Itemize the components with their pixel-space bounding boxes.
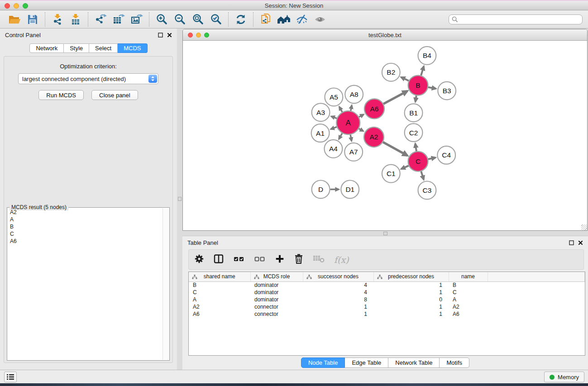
column-header-successor-nodes[interactable]: successor nodes [303,272,373,281]
column-header-shared-name[interactable]: shared name [189,272,250,281]
export-image-icon[interactable] [128,12,146,27]
vertical-splitter[interactable] [177,29,182,370]
table-cell[interactable]: B [449,281,488,289]
table-cell[interactable]: A2 [449,303,488,310]
zoom-fit-icon[interactable] [189,12,207,27]
table-cell[interactable]: A [189,296,250,303]
network-canvas[interactable]: B4B2BB3A5A8A6A3B1AA1A2C2A4A7C4CC1C3DD1 [183,41,587,230]
zoom-selected-icon[interactable] [207,12,225,27]
task-history-button[interactable] [4,372,17,382]
export-table-icon[interactable] [110,12,128,27]
save-icon[interactable] [24,12,42,27]
settings-gear-icon[interactable] [194,254,204,266]
splitter-grip[interactable] [178,197,182,201]
close-panel-button[interactable]: Close panel [91,90,138,100]
table-row[interactable]: Bdominator41B [189,281,585,289]
result-scrollbar[interactable] [163,208,169,360]
mcds-result-item[interactable]: A [8,216,162,223]
graph-edge-A6-B[interactable] [383,91,407,104]
table-row[interactable]: A6connector11A6 [189,310,585,318]
table-cell[interactable]: 8 [303,296,373,303]
mcds-result-item[interactable]: A6 [8,238,162,245]
table-cell[interactable]: dominator [250,296,303,303]
graph-edge-A-A2[interactable] [359,129,363,131]
table-cell[interactable]: 1 [303,310,373,318]
mcds-result-item[interactable]: A2 [8,209,162,216]
graph-edge-A-A6[interactable] [359,114,363,117]
column-header-MCDS-role[interactable]: MCDS role [250,272,303,281]
table-cell[interactable]: 4 [303,281,373,289]
column-header-predecessor-nodes[interactable]: predecessor nodes [373,272,449,281]
zoom-out-icon[interactable] [171,12,189,27]
close-panel-icon[interactable] [167,33,172,38]
search-input[interactable] [449,14,583,24]
run-mcds-button[interactable]: Run MCDS [38,90,84,100]
tab-mcds[interactable]: MCDS [118,43,147,53]
window-resize-grip[interactable] [581,224,587,230]
table-cell[interactable]: C [449,289,488,296]
zoom-window-button[interactable] [23,3,28,9]
table-cell[interactable]: A6 [449,310,488,318]
graph-edge-A-A3[interactable] [331,116,337,119]
table-cell[interactable]: B [189,281,250,289]
minimize-network-button[interactable] [196,33,201,38]
memory-button[interactable]: Memory [544,372,584,382]
copy-document-icon[interactable] [257,12,275,27]
function-builder-icon[interactable]: f(x) [334,255,349,265]
graph-edge-C-C1[interactable] [401,166,408,169]
eye-icon[interactable] [311,12,329,27]
graph-edge-C-C3[interactable] [421,172,424,180]
table-cell[interactable]: connector [250,310,303,318]
close-network-button[interactable] [188,33,193,38]
minimize-window-button[interactable] [14,3,19,9]
zoom-network-button[interactable] [204,33,209,38]
splitter-grip[interactable] [383,232,387,235]
graph-edge-A-A7[interactable] [350,135,352,141]
graph-edge-C-C4[interactable] [428,157,435,159]
import-network-icon[interactable] [48,12,67,27]
mcds-result-item[interactable]: B [8,223,162,230]
houses-icon[interactable] [275,12,293,27]
tab-network[interactable]: Network [29,43,64,53]
table-row[interactable]: Adominator80A [189,296,585,303]
graph-edge-B-B2[interactable] [401,77,409,81]
column-header-name[interactable]: name [449,272,488,281]
tab-select[interactable]: Select [89,43,118,53]
select-all-checkboxes-icon[interactable] [233,253,245,266]
horizontal-splitter[interactable] [182,231,588,236]
table-cell[interactable]: 1 [373,289,449,296]
close-panel-icon[interactable] [578,240,583,245]
network-graph[interactable]: B4B2BB3A5A8A6A3B1AA1A2C2A4A7C4CC1C3DD1 [183,41,587,230]
tab-edge-table[interactable]: Edge Table [345,357,388,368]
eye-slash-icon[interactable] [293,12,311,27]
mcds-result-item[interactable]: C [8,230,162,238]
table-cell[interactable]: 1 [373,310,449,318]
graph-edge-A-A4[interactable] [339,133,342,139]
open-folder-icon[interactable] [5,12,24,27]
optimization-criterion-select[interactable]: largest connected component (directed) [18,73,158,84]
export-network-icon[interactable] [91,12,110,27]
graph-edge-A-A8[interactable] [351,105,352,111]
show-columns-icon[interactable] [213,253,224,266]
graph-edge-B-B3[interactable] [428,87,436,89]
refresh-icon[interactable] [232,12,250,27]
table-cell[interactable]: C [189,289,250,296]
table-cell[interactable]: connector [250,303,303,310]
graph-edge-A2-C[interactable] [383,142,407,156]
float-panel-icon[interactable] [569,240,574,245]
table-cell[interactable]: 1 [373,303,449,310]
graph-edge-B-B4[interactable] [421,67,424,76]
tab-style[interactable]: Style [64,43,89,53]
float-panel-icon[interactable] [158,33,163,38]
graph-edge-B-B1[interactable] [416,95,416,102]
close-window-button[interactable] [5,3,10,9]
graph-edge-C-C2[interactable] [415,144,416,151]
table-cell[interactable]: dominator [250,289,303,296]
table-cell[interactable]: 1 [373,281,449,289]
tab-node-table[interactable]: Node Table [301,357,345,368]
table-row[interactable]: Cdominator41C [189,289,585,296]
table-cell[interactable]: A [449,296,488,303]
delete-table-icon[interactable] [313,254,325,265]
network-window-titlebar[interactable]: testGlobe.txt [183,29,587,41]
delete-row-icon[interactable] [294,253,304,266]
